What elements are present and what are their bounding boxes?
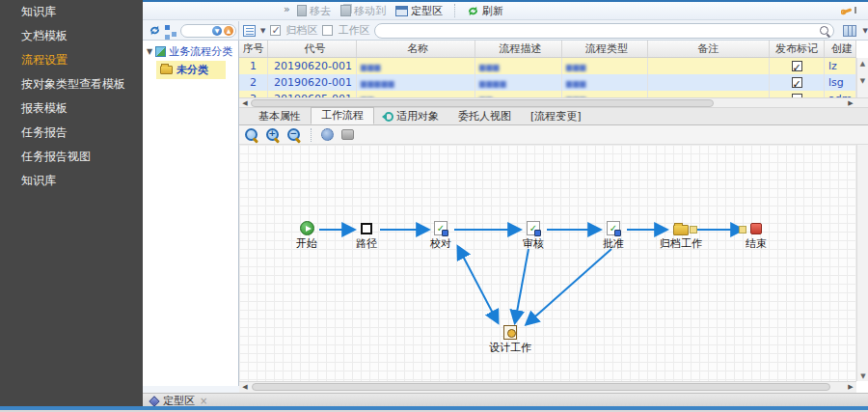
search-input[interactable] — [381, 24, 770, 38]
sidebar-item-doc-templates[interactable]: 文档模板 — [0, 24, 143, 48]
search-box — [374, 23, 833, 39]
scroll-down-icon[interactable]: ▼ — [857, 372, 868, 380]
table-row-1[interactable]: 1 20190620-001 ▆▆▆ ▆▆▆ ▆▆▆ lz — [239, 58, 856, 74]
workflow-canvas[interactable]: 开始路径✓校对✓审核✓批准归档工作结束设计工作 — [239, 145, 856, 381]
tree-node-uncategorized[interactable]: 未分类 — [156, 61, 226, 79]
tree-filter-input[interactable]: ▼ ▲ — [180, 24, 236, 38]
col-creator[interactable]: 创建 — [825, 41, 856, 57]
move-to-icon — [340, 5, 351, 16]
col-note[interactable]: 备注 — [648, 41, 770, 57]
toolbar-separator — [454, 4, 455, 17]
col-desc[interactable]: 流程描述 — [475, 41, 562, 57]
sidebar-item-process-settings[interactable]: 流程设置 — [0, 48, 143, 72]
zoom-icon[interactable] — [245, 128, 258, 142]
design-node-icon — [503, 325, 517, 340]
fixed-area-button[interactable]: 定型区 — [395, 4, 443, 18]
sidebar-item-knowledge-base[interactable]: 知识库 — [0, 0, 143, 24]
workflow-node-task[interactable]: ✓批准 — [583, 221, 644, 251]
workflow-node-task[interactable]: ✓校对 — [410, 221, 472, 251]
diamond-icon — [149, 396, 159, 406]
comment-icon[interactable] — [341, 129, 354, 140]
hierarchy-icon[interactable] — [165, 25, 176, 37]
collapse-toolbar-icon[interactable]: » — [284, 3, 290, 15]
canvas-horizontal-scrollbar[interactable]: ◀ ▶ — [239, 381, 856, 393]
filter-bar: ▼ 归档区 工作区 ▼ — [239, 21, 868, 40]
locate-up-icon[interactable]: ▲ — [224, 26, 233, 36]
table-row-2[interactable]: 2 20190620-001 ▆▆▆▆▆ ▆▆▆▆ ▆▆▆ lsg — [239, 74, 856, 91]
sidebar: 知识库 文档模板 流程设置 按对象类型查看模板 报表模板 任务报告 任务报告视图… — [0, 0, 143, 406]
scroll-right-icon[interactable]: ▶ — [845, 382, 856, 392]
wrench-pin-icon[interactable] — [841, 5, 858, 16]
col-code[interactable]: 代号 — [268, 41, 357, 57]
scroll-up-icon[interactable]: ▲ — [857, 58, 868, 69]
remove-button[interactable]: 移去 — [297, 4, 331, 18]
archive-area-label: 归档区 — [285, 23, 317, 38]
canvas-vertical-scrollbar[interactable]: ▼ — [856, 145, 868, 381]
sidebar-item-knowledge-base-2[interactable]: 知识库 — [0, 169, 143, 193]
tab-delegate-view[interactable]: 委托人视图 — [448, 108, 521, 124]
col-seq[interactable]: 序号 — [239, 41, 268, 57]
tab-applicable-objects[interactable]: 适用对象 — [374, 108, 448, 124]
columns-dropdown-icon[interactable]: ▼ — [863, 27, 868, 35]
node-label: 归档工作 — [650, 236, 712, 251]
table-row-3[interactable]: 3 20190605-001 ▆▆ ▆▆ ▆▆▆ adm — [239, 91, 856, 97]
workflow-node-archive[interactable]: 归档工作 — [650, 221, 712, 251]
workflow-node-task[interactable]: ✓审核 — [502, 221, 564, 251]
zoom-out-icon[interactable]: − — [287, 128, 301, 142]
tab-workflow[interactable]: 工作流程 — [311, 107, 374, 124]
workspace-checkbox[interactable] — [322, 25, 333, 36]
detail-tabs: 基本属性 工作流程 适用对象 委托人视图 [流程变更] — [239, 108, 868, 125]
workflow-node-start[interactable]: 开始 — [276, 221, 338, 251]
table-header: 序号 代号 名称 流程描述 流程类型 备注 发布标记 创建 — [239, 41, 856, 58]
workflow-edges — [239, 145, 856, 381]
publish-checkbox[interactable] — [792, 77, 802, 88]
col-name[interactable]: 名称 — [357, 41, 475, 57]
tab-process-change[interactable]: [流程变更] — [521, 108, 591, 124]
node-label: 批准 — [583, 236, 644, 251]
step-node-icon — [361, 223, 372, 234]
scrollbar-thumb[interactable] — [252, 383, 830, 391]
diagram-toolbar: + − — [239, 125, 868, 145]
tree-root-business-process[interactable]: ▼ 业务流程分类 — [143, 41, 238, 61]
remove-icon — [297, 5, 307, 16]
redacted-cell: ▆▆▆▆ — [479, 79, 507, 88]
scroll-down-icon[interactable]: ▼ — [857, 69, 868, 93]
scroll-left-icon[interactable]: ◀ — [239, 98, 251, 108]
move-to-button[interactable]: 移动到 — [340, 4, 386, 18]
locate-down-icon[interactable]: ▼ — [212, 26, 222, 36]
scroll-right-icon[interactable]: ▶ — [845, 98, 856, 108]
scrollbar-thumb[interactable] — [251, 99, 714, 107]
list-view-icon[interactable] — [243, 25, 256, 37]
view-dropdown-icon[interactable]: ▼ — [260, 27, 265, 35]
tree-expand-icon[interactable]: ▼ — [147, 47, 152, 56]
publish-checkbox[interactable] — [792, 61, 802, 71]
node-label: 设计工作 — [479, 341, 541, 355]
tree-refresh-icon[interactable] — [149, 24, 161, 37]
col-published[interactable]: 发布标记 — [770, 41, 825, 57]
table-vertical-scrollbar[interactable]: ▲ ▼ — [856, 58, 868, 97]
tab-basic-properties[interactable]: 基本属性 — [249, 108, 311, 124]
workflow-node-step[interactable]: 路径 — [336, 221, 397, 251]
redacted-cell: ▆▆▆ — [566, 79, 586, 88]
sidebar-item-task-report[interactable]: 任务报告 — [0, 121, 143, 145]
content-area: » 移去 移动到 定型区 — [143, 0, 868, 406]
scroll-left-icon[interactable]: ◀ — [239, 382, 251, 392]
search-icon[interactable] — [820, 26, 829, 36]
table-columns-icon[interactable] — [843, 25, 856, 37]
sidebar-item-task-report-view[interactable]: 任务报告视图 — [0, 145, 143, 169]
workflow-node-design[interactable]: 设计工作 — [479, 325, 541, 355]
zoom-in-icon[interactable]: + — [266, 128, 280, 142]
close-icon[interactable]: × — [200, 396, 207, 406]
workflow-node-end[interactable]: 结束 — [725, 221, 787, 251]
table-body: 1 20190620-001 ▆▆▆ ▆▆▆ ▆▆▆ lz 2 20190620… — [239, 58, 856, 97]
node-label: 审核 — [502, 236, 564, 251]
sidebar-item-templates-by-object-type[interactable]: 按对象类型查看模板 — [0, 72, 143, 96]
redacted-cell: ▆▆▆▆▆ — [361, 79, 395, 88]
settings-icon[interactable] — [321, 128, 334, 141]
toolbar-separator — [311, 128, 312, 142]
sidebar-item-report-templates[interactable]: 报表模板 — [0, 96, 143, 121]
task-node-icon: ✓ — [434, 221, 448, 235]
refresh-button[interactable]: 刷新 — [467, 4, 503, 18]
col-type[interactable]: 流程类型 — [562, 41, 648, 57]
archive-area-checkbox[interactable] — [270, 25, 281, 36]
